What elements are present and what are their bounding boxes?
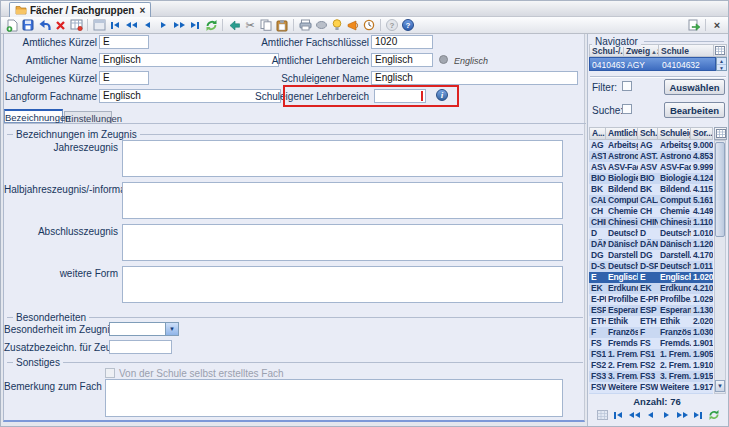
bearbeiten-button[interactable]: Bearbeiten (664, 102, 725, 118)
table-row[interactable]: FSFremds...FSFremds...1.901 (589, 338, 713, 349)
school-grid-icon[interactable] (714, 44, 727, 57)
table-edit-icon[interactable] (68, 18, 84, 33)
jahreszeugnis-textarea[interactable] (122, 140, 563, 177)
filter-checkbox[interactable] (622, 81, 632, 91)
selbst-erstelltes-fach-checkbox[interactable] (105, 368, 115, 378)
close-panel-icon[interactable]: × (709, 18, 725, 33)
col-kuerzel[interactable]: A...▲ (589, 127, 606, 140)
halbjahreszeugnis-label: Halbjahreszeugnis/-information (4, 184, 118, 196)
prev-page-icon[interactable] (123, 18, 139, 33)
history-icon[interactable] (361, 18, 377, 33)
table-row[interactable]: G...Geschic...G...Geschic...4.205 (589, 393, 713, 394)
table-row[interactable]: BKBildend...BKBildend...4.115 (589, 184, 713, 195)
preview-icon[interactable] (313, 18, 329, 33)
dropdown-arrow-icon[interactable]: ▼ (165, 323, 178, 335)
halbjahreszeugnis-textarea[interactable] (122, 182, 563, 219)
delete-icon[interactable] (52, 18, 68, 33)
table-row[interactable]: BIOBiologieBIOBiologie4.124 (589, 173, 713, 184)
print-icon[interactable] (297, 18, 313, 33)
nav-next-page-icon[interactable] (675, 408, 690, 422)
grid-view-icon[interactable] (595, 408, 610, 422)
amtlicher-fachschluessel-input[interactable]: 1020 (371, 35, 433, 49)
tab-close-icon[interactable]: × (139, 5, 145, 16)
nav-first-icon[interactable] (611, 408, 626, 422)
table-row[interactable]: EEnglischEEnglisch1.020 (589, 272, 713, 283)
nav-prev-icon[interactable] (643, 408, 658, 422)
table-row[interactable]: FS22. Frem...FS22. Frem...1.910 (589, 360, 713, 371)
col-schuleig[interactable]: Schuleig... (658, 127, 691, 140)
table-row[interactable]: AGArbeitsg...AGArbeitsg...9.000 (589, 140, 713, 151)
col-sch[interactable]: Sch... (638, 127, 658, 140)
amtlicher-name-label: Amtlicher Name (4, 55, 97, 67)
table-row[interactable]: EKErdkundeEKErdkunde4.210 (589, 283, 713, 294)
detach-panel-icon[interactable] (686, 18, 702, 33)
schuleigener-name-input[interactable]: Englisch (371, 71, 578, 85)
back-icon[interactable] (226, 18, 242, 33)
table-row[interactable]: AST...Astrono...AST...Astrono...4.853 (589, 151, 713, 162)
scroll-down-icon[interactable]: ▼ (715, 380, 725, 392)
suche-checkbox[interactable] (622, 104, 632, 114)
prev-record-icon[interactable] (139, 18, 155, 33)
next-record-icon[interactable] (155, 18, 171, 33)
table-row[interactable]: DDeutschDDeutsch1.010 (589, 228, 713, 239)
nav-refresh-icon[interactable] (707, 408, 722, 422)
last-record-icon[interactable] (187, 18, 203, 33)
context-help-icon[interactable]: ? (384, 18, 400, 33)
school-row[interactable]: 04104632 AGY 04104632 (589, 57, 716, 71)
table-row[interactable]: ETHEthikETHEthik2.020 (589, 316, 713, 327)
nav-last-icon[interactable] (691, 408, 706, 422)
nav-prev-page-icon[interactable] (627, 408, 642, 422)
amtliches-kuerzel-input[interactable]: E (99, 35, 149, 49)
school-col-schule[interactable]: Schule (659, 44, 714, 57)
refresh-icon[interactable] (203, 18, 219, 33)
table-scrollbar[interactable]: ▼ (714, 140, 726, 394)
school-row-spinner[interactable]: ▲▼ (716, 57, 727, 71)
form-view-icon[interactable] (91, 18, 107, 33)
table-row[interactable]: FS33. Frem...FS33. Frem...1.915 (589, 371, 713, 382)
hint-icon[interactable] (329, 18, 345, 33)
besonderheit-dropdown[interactable]: ▼ (109, 322, 179, 336)
table-row[interactable]: CAL...Comput...CAL...Comput...5.161 (589, 195, 713, 206)
app-window: { "colors": { "selection_blue": "#3162ac… (0, 0, 729, 427)
table-row[interactable]: CHINChinesis...CHINChinesis...1.110 (589, 217, 713, 228)
table-row[interactable]: ESPEsperantoESPEsperanto1.130 (589, 305, 713, 316)
new-record-icon[interactable] (4, 18, 20, 33)
next-page-icon[interactable] (171, 18, 187, 33)
save-icon[interactable] (20, 18, 36, 33)
schuleigenes-kuerzel-input[interactable]: E (99, 71, 149, 85)
tab-bezeichnungen[interactable]: Bezeichnungen (4, 109, 63, 123)
copy-icon[interactable] (258, 18, 274, 33)
amtlicher-lehrbereich-input[interactable]: Englisch (371, 53, 433, 67)
scrollbar-thumb[interactable] (715, 142, 725, 237)
table-grid-icon[interactable] (714, 127, 727, 140)
paste-icon[interactable] (274, 18, 290, 33)
subject-table-header: A...▲ Amtliche... Sch... Schuleig... Sor… (589, 127, 713, 140)
col-sort[interactable]: Sor... (691, 127, 713, 140)
announce-icon[interactable] (345, 18, 361, 33)
table-row[interactable]: D-S...Deutsch...D-SPUDeutsch...1.011 (589, 261, 713, 272)
tab-faecher-fachgruppen[interactable]: Fächer / Fachgruppen × (9, 2, 151, 17)
auswaehlen-button[interactable]: Auswählen (664, 79, 725, 95)
table-row[interactable]: CHChemieCHChemie4.149 (589, 206, 713, 217)
amtlicher-lehrbereich-label: Amtlicher Lehrbereich (232, 55, 369, 67)
record-count: Anzahl: 76 (588, 396, 726, 407)
sonstiges-group-title: Sonstiges (13, 357, 63, 368)
col-amtliche[interactable]: Amtliche... (606, 127, 638, 140)
table-row[interactable]: FFranzösi...FFranzösi...1.030 (589, 327, 713, 338)
bemerkung-textarea[interactable] (105, 379, 563, 417)
table-row[interactable]: E-PRProfilbe...E-PRProfilbe...1.029 (589, 294, 713, 305)
help-icon[interactable]: ? (400, 18, 416, 33)
weitere-form-textarea[interactable] (122, 266, 563, 303)
first-record-icon[interactable] (107, 18, 123, 33)
lehrbereich-status-icon (439, 55, 448, 64)
table-row[interactable]: DÄNDänischDÄNDänisch1.120 (589, 239, 713, 250)
abschlusszeugnis-textarea[interactable] (122, 224, 563, 261)
cut-icon[interactable]: ✂ (242, 18, 258, 33)
table-row[interactable]: FSWWeitere ...FSWWeitere ...1.917 (589, 382, 713, 393)
table-row[interactable]: DGDarstell...DGDarstell...4.170 (589, 250, 713, 261)
undo-icon[interactable] (36, 18, 52, 33)
table-row[interactable]: ASVASV-FachASVASV-Fach9.999 (589, 162, 713, 173)
table-row[interactable]: FS11. Frem...FS11. Frem...1.905 (589, 349, 713, 360)
zusatzbezeichnung-input[interactable] (109, 340, 172, 354)
nav-next-icon[interactable] (659, 408, 674, 422)
